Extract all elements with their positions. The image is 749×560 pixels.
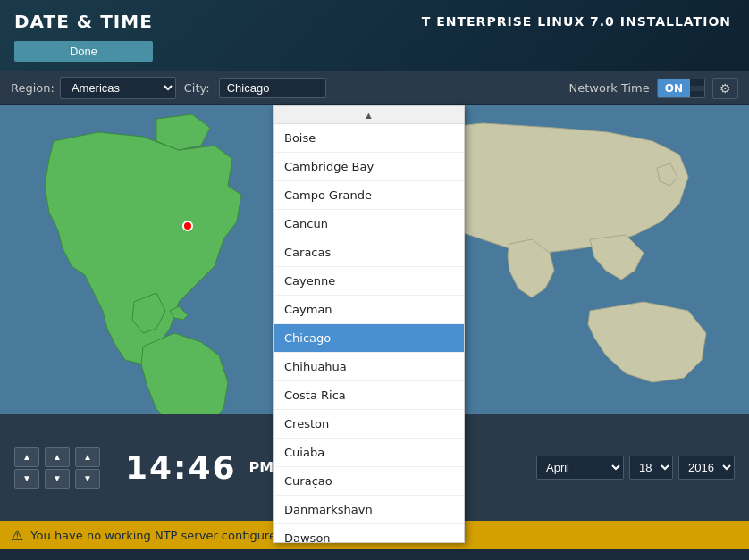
page-title: DATE & TIME <box>14 11 153 32</box>
app-subtitle: T ENTERPRISE LINUX 7.0 INSTALLATION <box>422 14 731 29</box>
toggle-off-label <box>690 86 704 91</box>
ampm-display: PM <box>249 459 274 476</box>
time-display-group: 14:46 PM <box>118 449 274 486</box>
controls-bar: Region: Americas Europe Asia Africa Paci… <box>0 71 749 105</box>
scroll-up-button[interactable]: ▲ <box>274 106 464 124</box>
list-item[interactable]: Cancun <box>274 210 464 238</box>
minute-up-button[interactable]: ▲ <box>45 447 70 467</box>
list-item[interactable]: Creston <box>274 410 464 439</box>
list-item[interactable]: Cuiaba <box>274 439 464 467</box>
hour-up-button[interactable]: ▲ <box>14 447 39 467</box>
list-item[interactable]: Cambridge Bay <box>274 153 464 181</box>
month-select[interactable]: April January February March May June Ju… <box>536 456 624 480</box>
time-spinners: ▲ ▼ ▲ ▼ ▲ ▼ <box>14 447 100 489</box>
hour-down-button[interactable]: ▼ <box>14 469 39 489</box>
warning-icon: ⚠ <box>11 527 23 544</box>
second-spinner: ▲ ▼ <box>75 447 100 489</box>
hour-spinner: ▲ ▼ <box>14 447 39 489</box>
minute-down-button[interactable]: ▼ <box>45 469 70 489</box>
minute-spinner: ▲ ▼ <box>45 447 70 489</box>
city-label: City: <box>184 81 210 95</box>
list-item[interactable]: Campo Grande <box>274 181 464 210</box>
done-button[interactable]: Done <box>14 41 153 62</box>
svg-point-1 <box>183 221 192 230</box>
network-time-toggle[interactable]: ON <box>657 79 705 98</box>
dropdown-list: BoiseCambridge BayCampo GrandeCancunCara… <box>274 124 464 543</box>
second-up-button[interactable]: ▲ <box>75 447 100 467</box>
chevron-up-icon: ▲ <box>364 110 374 121</box>
list-item[interactable]: Caracas <box>274 238 464 267</box>
list-item[interactable]: Boise <box>274 124 464 153</box>
city-input[interactable] <box>219 78 326 98</box>
list-item[interactable]: Cayman <box>274 296 464 324</box>
list-item[interactable]: Danmarkshavn <box>274 496 464 524</box>
gear-icon: ⚙ <box>720 81 731 96</box>
region-select[interactable]: Americas Europe Asia Africa Pacific <box>60 77 176 99</box>
date-selectors: April January February March May June Ju… <box>536 456 735 480</box>
list-item[interactable]: Cayenne <box>274 267 464 296</box>
list-item[interactable]: Chicago <box>274 324 464 353</box>
list-item[interactable]: Dawson <box>274 524 464 543</box>
header: DATE & TIME Done T ENTERPRISE LINUX 7.0 … <box>0 0 749 71</box>
city-dropdown[interactable]: ▲ BoiseCambridge BayCampo GrandeCancunCa… <box>273 105 465 543</box>
warning-text: You have no working NTP server configure <box>30 529 276 542</box>
list-item[interactable]: Chihuahua <box>274 353 464 381</box>
network-time-section: Network Time ON ⚙ <box>569 78 738 99</box>
region-label: Region: <box>11 81 55 95</box>
list-item[interactable]: Curaçao <box>274 467 464 496</box>
network-settings-button[interactable]: ⚙ <box>712 78 738 99</box>
day-select[interactable]: 18 <box>629 456 673 480</box>
network-time-label: Network Time <box>569 81 650 95</box>
time-value: 14:46 <box>125 449 237 486</box>
second-down-button[interactable]: ▼ <box>75 469 100 489</box>
toggle-on-label: ON <box>658 79 690 97</box>
year-select[interactable]: 2016 2014 2015 2017 <box>678 456 735 480</box>
list-item[interactable]: Costa Rica <box>274 381 464 410</box>
